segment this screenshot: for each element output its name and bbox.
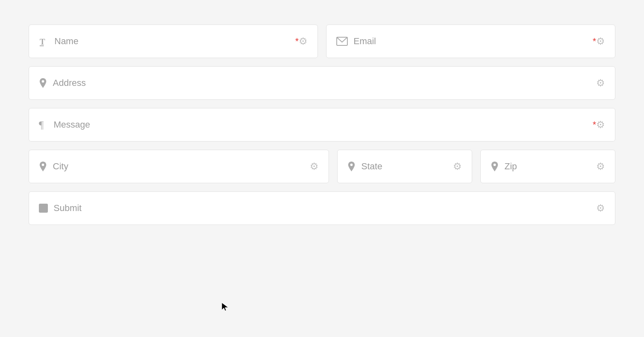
settings-icon-zip[interactable]: ⚙ xyxy=(596,161,605,172)
field-card-state[interactable]: State ⚙ xyxy=(337,150,472,183)
field-label-submit: Submit xyxy=(54,203,596,213)
field-label-city: City xyxy=(53,161,310,172)
paragraph-icon: ¶ xyxy=(39,119,48,130)
required-marker-message: * xyxy=(592,119,596,130)
settings-icon-message[interactable]: ⚙ xyxy=(596,119,605,130)
location-icon-state xyxy=(347,161,356,172)
field-label-state: State xyxy=(361,161,453,172)
location-icon-city xyxy=(39,161,47,172)
mouse-cursor xyxy=(221,302,229,312)
field-card-name[interactable]: T Name * ⚙ xyxy=(29,25,318,58)
field-label-zip: Zip xyxy=(504,161,596,172)
svg-text:T: T xyxy=(40,37,45,46)
svg-point-7 xyxy=(493,164,496,166)
field-label-message: Message xyxy=(54,119,590,130)
svg-text:¶: ¶ xyxy=(39,119,44,130)
required-marker-email: * xyxy=(592,36,596,47)
row-submit: Submit ⚙ xyxy=(29,191,615,225)
row-city-state-zip: City ⚙ State ⚙ Zip ⚙ xyxy=(29,150,615,183)
text-icon: T xyxy=(39,36,49,46)
field-card-address[interactable]: Address ⚙ xyxy=(29,66,615,100)
row-message: ¶ Message * ⚙ xyxy=(29,108,615,142)
field-label-address: Address xyxy=(53,78,596,88)
field-label-name: Name xyxy=(54,36,293,47)
svg-point-5 xyxy=(42,164,44,166)
settings-icon-email[interactable]: ⚙ xyxy=(596,36,605,47)
svg-point-6 xyxy=(350,164,353,166)
field-card-submit[interactable]: Submit ⚙ xyxy=(29,191,615,225)
row-name-email: T Name * ⚙ Email * ⚙ xyxy=(29,25,615,58)
field-card-zip[interactable]: Zip ⚙ xyxy=(480,150,615,183)
field-card-city[interactable]: City ⚙ xyxy=(29,150,329,183)
settings-icon-address[interactable]: ⚙ xyxy=(596,77,605,89)
field-card-message[interactable]: ¶ Message * ⚙ xyxy=(29,108,615,142)
settings-icon-city[interactable]: ⚙ xyxy=(310,161,319,172)
email-icon xyxy=(336,37,348,46)
location-icon-zip xyxy=(491,161,499,172)
form-builder: T Name * ⚙ Email * ⚙ xyxy=(0,0,644,258)
button-icon-submit xyxy=(39,204,48,213)
row-address: Address ⚙ xyxy=(29,66,615,100)
required-marker-name: * xyxy=(295,36,299,47)
settings-icon-state[interactable]: ⚙ xyxy=(453,161,462,172)
field-card-email[interactable]: Email * ⚙ xyxy=(326,25,615,58)
settings-icon-name[interactable]: ⚙ xyxy=(299,36,308,47)
field-label-email: Email xyxy=(354,36,590,47)
svg-point-3 xyxy=(42,80,44,83)
settings-icon-submit[interactable]: ⚙ xyxy=(596,202,605,214)
location-icon-address xyxy=(39,78,47,88)
